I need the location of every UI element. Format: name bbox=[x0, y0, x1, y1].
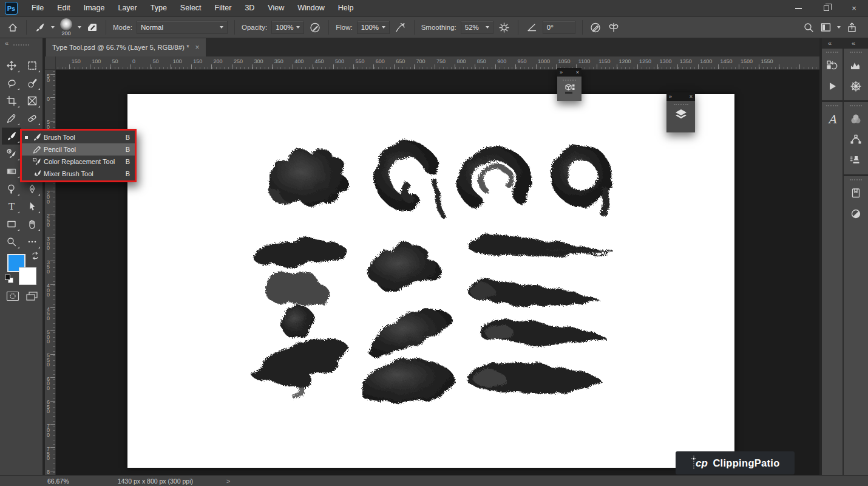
panel-collapse-icon[interactable]: » bbox=[669, 94, 672, 100]
default-colors-button[interactable] bbox=[5, 275, 15, 284]
horizontal-ruler[interactable]: 1501005005010015020025030035040045050055… bbox=[45, 56, 819, 70]
frame-tool[interactable] bbox=[22, 92, 42, 109]
workspace-switcher[interactable] bbox=[819, 21, 833, 34]
document-tab[interactable]: Type Tool.psd @ 66.7% (Layer 5, RGB/8#) … bbox=[46, 38, 206, 56]
history-panel-button[interactable] bbox=[822, 55, 843, 76]
flow-select[interactable]: 100% bbox=[357, 21, 390, 34]
zoom-tool[interactable] bbox=[2, 233, 21, 250]
menu-filter[interactable]: Filter bbox=[208, 0, 239, 16]
restore-button[interactable] bbox=[812, 0, 840, 16]
brush-settings-toggle[interactable] bbox=[86, 21, 99, 34]
move-tool[interactable] bbox=[2, 57, 21, 74]
smoothing-select[interactable]: 52% bbox=[461, 21, 493, 34]
collapse-tools-icon[interactable]: « bbox=[5, 39, 8, 47]
menu-view[interactable]: View bbox=[261, 0, 291, 16]
rectangle-tool[interactable] bbox=[2, 216, 21, 233]
quick-selection-tool[interactable] bbox=[22, 75, 42, 92]
status-options-chevron[interactable]: > bbox=[226, 477, 230, 485]
blend-mode-select[interactable]: Normal bbox=[137, 21, 228, 34]
airbrush-toggle[interactable] bbox=[394, 21, 407, 34]
color-panel-button[interactable] bbox=[844, 109, 868, 129]
actions-panel-button[interactable] bbox=[822, 76, 843, 97]
panel-grip[interactable] bbox=[826, 105, 838, 106]
libraries-panel-button[interactable] bbox=[844, 183, 868, 204]
menu-type[interactable]: Type bbox=[144, 0, 174, 16]
navigator-panel-button[interactable] bbox=[844, 76, 868, 97]
edit-toolbar-button[interactable] bbox=[22, 233, 42, 250]
adjustments-panel-button[interactable] bbox=[844, 204, 868, 224]
eyedropper-tool[interactable] bbox=[2, 110, 21, 127]
panel-grip[interactable] bbox=[850, 105, 862, 106]
floating-panel-3d[interactable]: » × bbox=[557, 68, 581, 101]
home-button[interactable] bbox=[6, 21, 19, 34]
document-canvas[interactable] bbox=[127, 94, 734, 468]
close-button[interactable]: × bbox=[840, 0, 868, 16]
quick-mask-button[interactable] bbox=[4, 289, 21, 303]
menu-select[interactable]: Select bbox=[174, 0, 208, 16]
path-selection-tool[interactable] bbox=[22, 198, 42, 215]
marquee-tool[interactable] bbox=[22, 57, 42, 74]
collapse-dock-icon[interactable]: « bbox=[828, 39, 832, 47]
flyout-item-mixer-brush-tool[interactable]: Mixer Brush Tool B bbox=[22, 168, 135, 180]
tool-preset-button[interactable] bbox=[33, 21, 47, 34]
brush-angle-field[interactable]: 0° bbox=[543, 21, 575, 34]
home-icon bbox=[7, 22, 18, 33]
pressure-size-toggle[interactable] bbox=[589, 21, 603, 34]
flyout-item-brush-tool[interactable]: Brush Tool B bbox=[22, 131, 135, 143]
zoom-level-field[interactable]: 66.67% bbox=[47, 477, 69, 485]
brush-tool-selected[interactable] bbox=[2, 128, 21, 145]
histogram-panel-button[interactable] bbox=[844, 55, 868, 76]
lasso-tool[interactable] bbox=[2, 75, 21, 92]
ruler-origin-box[interactable] bbox=[45, 56, 56, 70]
opacity-select[interactable]: 100% bbox=[271, 21, 304, 34]
healing-brush-tool[interactable] bbox=[22, 110, 42, 127]
pen-tool[interactable] bbox=[22, 180, 42, 197]
clone-source-panel-button[interactable] bbox=[844, 150, 868, 171]
share-button[interactable] bbox=[845, 21, 858, 34]
paths-panel-button[interactable] bbox=[844, 129, 868, 150]
chevron-down-icon[interactable] bbox=[51, 26, 55, 29]
menu-file[interactable]: File bbox=[25, 0, 50, 16]
history-brush-tool[interactable] bbox=[2, 145, 21, 162]
dodge-tool[interactable] bbox=[2, 180, 21, 197]
flyout-item-pencil-tool[interactable]: Pencil Tool B bbox=[22, 143, 135, 156]
flyout-item-color-replacement-tool[interactable]: Color Replacement Tool B bbox=[22, 156, 135, 168]
panel-grip[interactable] bbox=[826, 52, 838, 53]
character-panel-button[interactable]: A bbox=[822, 109, 843, 129]
search-button[interactable] bbox=[802, 21, 815, 34]
chevron-down-icon[interactable] bbox=[78, 26, 81, 29]
menu-edit[interactable]: Edit bbox=[50, 0, 77, 16]
menu-3d[interactable]: 3D bbox=[238, 0, 261, 16]
panel-grip[interactable] bbox=[850, 179, 862, 180]
minimize-button[interactable] bbox=[784, 0, 812, 16]
pressure-opacity-toggle[interactable] bbox=[308, 21, 322, 34]
menu-window[interactable]: Window bbox=[291, 0, 331, 16]
panel-grip[interactable] bbox=[674, 104, 688, 105]
hand-tool[interactable] bbox=[22, 216, 42, 233]
panel-close-icon[interactable]: × bbox=[576, 69, 579, 75]
v-ruler-label: 5 5 0 bbox=[47, 354, 50, 368]
swap-colors-button[interactable] bbox=[30, 251, 40, 263]
crop-tool[interactable] bbox=[2, 92, 21, 109]
background-color-swatch[interactable] bbox=[19, 267, 36, 285]
screen-mode-button[interactable] bbox=[24, 289, 41, 303]
panel-grip[interactable] bbox=[563, 80, 576, 81]
gradient-tool[interactable] bbox=[2, 163, 21, 180]
panel-grip[interactable] bbox=[13, 44, 29, 46]
menu-image[interactable]: Image bbox=[77, 0, 112, 16]
panel-close-icon[interactable]: × bbox=[690, 94, 693, 100]
type-icon: T bbox=[6, 201, 17, 212]
collapse-dock-icon[interactable]: « bbox=[852, 39, 855, 47]
smoothing-options-button[interactable] bbox=[498, 21, 511, 34]
photoshop-logo[interactable]: Ps bbox=[5, 2, 18, 15]
menu-help[interactable]: Help bbox=[331, 0, 361, 16]
panel-collapse-icon[interactable]: » bbox=[560, 69, 563, 75]
menu-layer[interactable]: Layer bbox=[111, 0, 143, 16]
floating-panel-layers[interactable]: » × bbox=[666, 92, 695, 132]
symmetry-button[interactable] bbox=[607, 21, 620, 34]
panel-grip[interactable] bbox=[850, 52, 862, 53]
type-tool[interactable]: T bbox=[2, 198, 21, 215]
brush-preset-picker[interactable]: 200 bbox=[60, 18, 72, 36]
tab-close-icon[interactable]: × bbox=[195, 43, 200, 52]
chevron-down-icon[interactable] bbox=[837, 26, 841, 29]
